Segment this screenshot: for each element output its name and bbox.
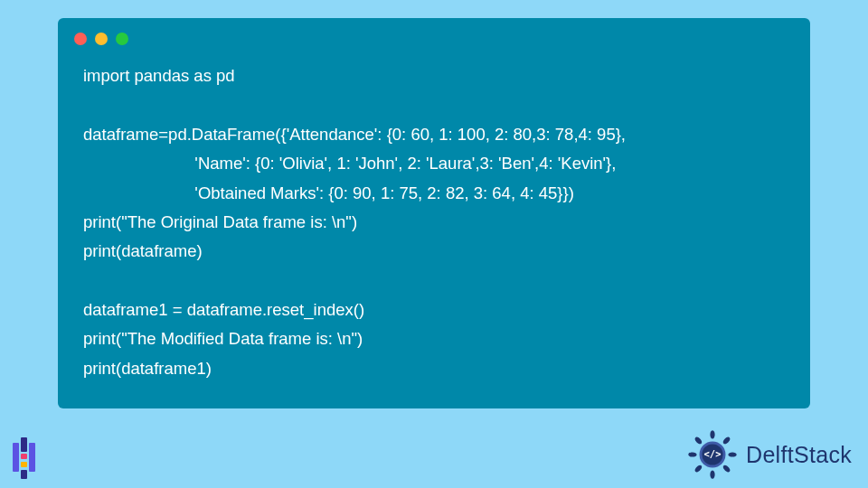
brand: </> DelftStack xyxy=(686,428,852,481)
code-block: import pandas as pd dataframe=pd.DataFra… xyxy=(58,54,810,387)
close-icon xyxy=(74,33,87,45)
bars-logo-icon xyxy=(11,437,47,479)
svg-text:</>: </> xyxy=(704,448,722,459)
window-controls xyxy=(58,18,810,54)
maximize-icon xyxy=(116,33,128,45)
delftstack-logo-icon: </> xyxy=(686,428,739,481)
minimize-icon xyxy=(95,33,108,45)
brand-name: DelftStack xyxy=(746,442,852,468)
code-window: import pandas as pd dataframe=pd.DataFra… xyxy=(58,18,810,408)
